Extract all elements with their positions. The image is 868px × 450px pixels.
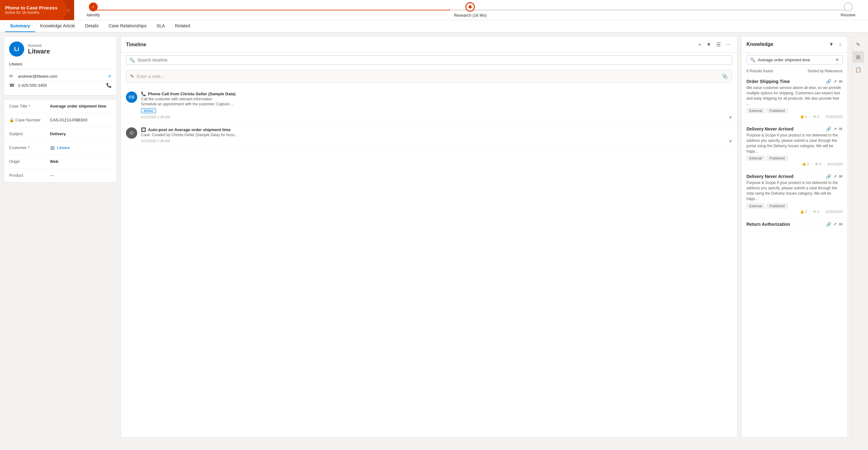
account-name[interactable]: Litware: [28, 48, 50, 55]
knowledge-item-header-3: Delivery Never Arrived 🔗 ↗ ✉: [746, 174, 843, 179]
timeline-date-1: 4/12/2020 1:49 AM: [141, 115, 170, 119]
timeline-avatar-1: CG: [126, 91, 137, 103]
timeline-more-button[interactable]: ⋯: [724, 40, 732, 49]
knowledge-sort-button[interactable]: ↕: [838, 40, 843, 49]
field-value-subject[interactable]: Delivery: [50, 132, 112, 136]
field-value-origin[interactable]: Web: [50, 159, 112, 164]
knowledge-item-actions-4: 🔗 ↗ ✉: [826, 222, 843, 227]
account-info: Account Litware: [28, 44, 50, 55]
timeline-meta-1: 4/12/2020 1:49 AM ∨: [141, 114, 732, 119]
knowledge-item-title-2[interactable]: Delivery Never Arrived: [746, 126, 794, 132]
process-title-main: Phone to Case Process: [5, 5, 58, 10]
timeline-filter-button[interactable]: ▼: [705, 40, 713, 49]
tab-case-relationships[interactable]: Case Relationships: [104, 20, 152, 32]
timeline-sort-button[interactable]: ☰: [715, 40, 722, 49]
note-placeholder: Enter a note...: [136, 74, 719, 79]
phone-icon: ☎: [9, 83, 16, 88]
knowledge-item-actions-2: 🔗 ↗ ✉: [826, 126, 843, 132]
timeline-panel: Timeline + ▼ ☰ ⋯ 🔍 ✎ Enter a note... 📎 C…: [121, 36, 737, 438]
link-icon-3[interactable]: 🔗: [826, 174, 831, 179]
account-company: Litware: [9, 60, 112, 69]
timeline-item-1: CG 📞 Phone Call from Christa Geller (Sam…: [121, 88, 737, 123]
knowledge-search-input[interactable]: [758, 58, 833, 62]
knowledge-item-2: Delivery Never Arrived 🔗 ↗ ✉ Purpose & S…: [741, 123, 847, 170]
share-icon-2[interactable]: ↗: [833, 126, 837, 132]
account-label: Account: [28, 44, 50, 48]
step-research-circle: [465, 2, 475, 11]
timeline-item-title-2: 🔲 Auto-post on Average order shipment ti…: [141, 128, 732, 132]
knowledge-tags-3: External Published: [746, 203, 843, 208]
timeline-header: Timeline + ▼ ☰ ⋯: [121, 36, 737, 53]
grid-tool-button[interactable]: ⊞: [852, 51, 864, 63]
knowledge-item-title-4[interactable]: Return Authorization: [746, 222, 790, 227]
email-icon: ✉: [9, 74, 16, 79]
views-2: 👁 0: [815, 162, 821, 166]
field-value-case-number: CAS-01213-P8B3X0: [50, 118, 112, 122]
process-bar: Phone to Case Process Active for 16 mont…: [0, 0, 868, 20]
email-icon-1[interactable]: ✉: [839, 79, 843, 84]
field-value-customer[interactable]: 🏢 Litware: [50, 145, 112, 150]
knowledge-item-desc-2: Purpose & Scope If your product is not d…: [746, 133, 843, 154]
knowledge-item-title-1[interactable]: Order Shipping Time: [746, 79, 790, 84]
views-1: 👁 0: [813, 115, 819, 118]
tag-external-3: External: [746, 203, 765, 208]
email-icon-2[interactable]: ✉: [839, 126, 843, 132]
timeline-content-1: 📞 Phone Call from Christa Geller (Sample…: [141, 91, 732, 119]
step-resolve[interactable]: Resolve: [841, 2, 856, 17]
knowledge-search-box: 🔍 ✕: [746, 55, 843, 64]
tab-summary[interactable]: Summary: [5, 20, 35, 32]
timeline-add-button[interactable]: +: [697, 40, 703, 49]
field-label-origin: Origin: [9, 159, 50, 164]
sorted-by: Sorted by Relevance: [808, 69, 843, 73]
timeline-search-input[interactable]: [137, 58, 728, 63]
email-row: ✉ andrewr@litware.com ⇗: [9, 72, 112, 81]
knowledge-item-actions-3: 🔗 ↗ ✉: [826, 174, 843, 179]
field-row-customer: Customer * 🏢 Litware: [4, 141, 117, 155]
knowledge-item-header-1: Order Shipping Time 🔗 ↗ ✉: [746, 79, 843, 84]
share-icon-3[interactable]: ↗: [833, 174, 837, 179]
nav-tabs: Summary Knowledge Article Details Case R…: [0, 20, 868, 32]
knowledge-filter-button[interactable]: ▼: [828, 40, 835, 49]
field-value-case-title[interactable]: Average order shipment time: [50, 104, 112, 109]
step-research[interactable]: Research (16 Mo): [454, 2, 487, 18]
pencil-icon: ✎: [130, 73, 134, 79]
share-icon-4[interactable]: ↗: [833, 222, 837, 227]
email-icon-3[interactable]: ✉: [839, 174, 843, 179]
field-label-product: Product: [9, 173, 50, 178]
edit-tool-button[interactable]: ✎: [852, 39, 864, 50]
date-1: 12/30/2020: [825, 115, 843, 118]
link-icon-2[interactable]: 🔗: [826, 126, 831, 132]
step-resolve-circle: [844, 2, 852, 11]
phone-actions[interactable]: 📞: [106, 83, 112, 88]
timeline-search-box: 🔍: [126, 55, 732, 65]
email-actions[interactable]: ⇗: [108, 74, 112, 79]
attach-icon[interactable]: 📎: [722, 73, 728, 79]
share-icon-1[interactable]: ↗: [833, 79, 837, 84]
knowledge-clear-button[interactable]: ✕: [835, 57, 839, 62]
tab-related[interactable]: Related: [170, 20, 195, 32]
required-star-title: *: [29, 104, 30, 109]
field-value-product[interactable]: ---: [50, 173, 112, 178]
knowledge-item-meta-1: 👍 0 · 👁 0 · 12/30/2020: [746, 114, 843, 118]
knowledge-item-title-3[interactable]: Delivery Never Arrived: [746, 174, 794, 179]
link-icon-4[interactable]: 🔗: [826, 222, 831, 227]
tab-details[interactable]: Details: [80, 20, 104, 32]
knowledge-item-desc-1: We value customer service above all else…: [746, 85, 843, 106]
timeline-meta-2: 4/12/2020 1:48 AM ∨: [141, 138, 732, 143]
tab-knowledge-article[interactable]: Knowledge Article: [35, 20, 80, 32]
main-layout: Li Account Litware Litware ✉ andrewr@lit…: [0, 32, 868, 442]
tab-sla[interactable]: SLA: [152, 20, 170, 32]
timeline-desc-2a: Case: Created by Christa Geller (Sample …: [141, 133, 732, 137]
expand-icon-1[interactable]: ∨: [729, 114, 732, 119]
field-row-case-number: 🔒 Case Number CAS-01213-P8B3X0: [4, 113, 117, 127]
clipboard-tool-button[interactable]: 📋: [852, 64, 864, 75]
note-box[interactable]: ✎ Enter a note... 📎: [126, 70, 732, 83]
timeline-desc-1b: Schedule an appointment with the custome…: [141, 102, 732, 106]
link-icon-1[interactable]: 🔗: [826, 79, 831, 84]
knowledge-item-3: Delivery Never Arrived 🔗 ↗ ✉ Purpose & S…: [741, 170, 847, 218]
email-icon-4[interactable]: ✉: [839, 222, 843, 227]
views-3: 👁 0: [813, 210, 819, 214]
expand-icon-2[interactable]: ∨: [729, 138, 732, 143]
account-type-icon: 🏢: [50, 145, 55, 150]
field-label-subject: Subject: [9, 132, 50, 136]
